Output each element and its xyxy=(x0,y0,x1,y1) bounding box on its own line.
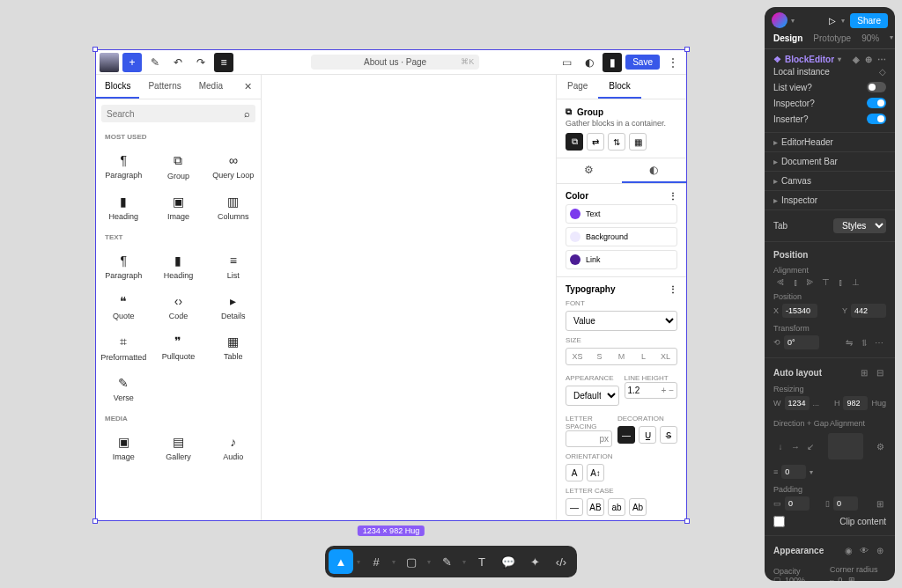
block-item[interactable]: ▸Details xyxy=(206,287,261,327)
avatar[interactable] xyxy=(772,12,787,28)
document-bar[interactable]: About us · Page ⌘K xyxy=(237,55,553,70)
block-item[interactable]: ▦Table xyxy=(206,327,261,369)
gap-input[interactable] xyxy=(781,465,806,479)
deco-none[interactable]: — xyxy=(617,426,635,444)
typography-more-icon[interactable]: ⋮ xyxy=(669,284,677,294)
tree-item[interactable]: ▸Canvas xyxy=(765,172,895,191)
block-search[interactable]: ⌕ xyxy=(101,105,255,122)
more-icon[interactable]: ⋯ xyxy=(877,55,886,64)
export-icon[interactable]: ⊕ xyxy=(874,544,886,556)
styles-icon[interactable]: ◐ xyxy=(580,53,599,72)
size-pill[interactable]: XS xyxy=(566,349,588,364)
alignment-buttons[interactable]: ⫷⫿⫸⊤⫿⊥ xyxy=(773,275,886,289)
selected-frame[interactable]: 1234 × 982 Hug + ✎ ↶ ↷ ≡ About us · Page… xyxy=(95,49,687,521)
chevron-down-icon[interactable]: ▾ xyxy=(791,17,795,25)
block-item[interactable]: ▣Image xyxy=(151,187,205,228)
swap-instance-icon[interactable]: ◈ xyxy=(853,55,860,64)
color-more-icon[interactable]: ⋮ xyxy=(669,191,677,201)
variant-stack[interactable]: ⇅ xyxy=(608,133,625,151)
resize-handle-bl[interactable] xyxy=(92,518,98,524)
block-item[interactable]: ❝Quote xyxy=(96,287,151,327)
share-button[interactable]: Share xyxy=(850,13,888,28)
inserter-toggle-prop[interactable] xyxy=(867,114,886,124)
design-tab[interactable]: Design xyxy=(773,33,802,43)
styles-tab-icon[interactable]: ◐ xyxy=(622,158,687,183)
deco-underline[interactable]: U̲ xyxy=(639,426,656,444)
actions-tool[interactable]: ✦ xyxy=(522,549,547,574)
al-settings2-icon[interactable]: ⊟ xyxy=(874,366,886,379)
size-pills[interactable]: XSSMLXL xyxy=(566,348,677,365)
pad-x-input[interactable] xyxy=(785,496,810,511)
desktop-preview-icon[interactable]: ▭ xyxy=(557,53,576,72)
pad-y-input[interactable] xyxy=(833,496,858,511)
align-grid[interactable] xyxy=(828,433,863,459)
block-item[interactable]: ✎Verse xyxy=(96,369,151,409)
save-button[interactable]: Save xyxy=(625,55,660,70)
clip-checkbox[interactable] xyxy=(773,516,785,527)
tab-media[interactable]: Media xyxy=(190,75,232,99)
color-bg-row[interactable]: Background xyxy=(566,227,677,246)
block-item[interactable]: ‹›Code xyxy=(151,287,205,327)
tree-item[interactable]: ▸Document Bar xyxy=(765,152,895,172)
block-item[interactable]: ▥Columns xyxy=(206,187,261,228)
width-input[interactable] xyxy=(785,396,810,410)
tab-page[interactable]: Page xyxy=(557,75,598,99)
undo-button[interactable]: ↶ xyxy=(168,53,188,72)
pos-x-input[interactable] xyxy=(782,304,817,318)
site-thumbnail[interactable] xyxy=(100,53,119,72)
block-item[interactable]: ▣Image xyxy=(96,428,151,468)
block-item[interactable]: ⌗Preformatted xyxy=(96,327,151,369)
settings-icon[interactable]: ▮ xyxy=(603,53,622,72)
flip-v-icon[interactable]: ⥮ xyxy=(857,335,871,349)
editor-canvas[interactable] xyxy=(262,75,556,520)
resize-handle-tr[interactable] xyxy=(684,47,690,52)
block-item[interactable]: ⧉Group xyxy=(151,146,205,187)
prototype-tab[interactable]: Prototype xyxy=(813,33,851,43)
block-item[interactable]: ∞Query Loop xyxy=(206,146,261,187)
al-settings-icon[interactable]: ⊞ xyxy=(858,366,870,379)
blend-icon[interactable]: ◉ xyxy=(842,544,854,556)
font-select[interactable]: Value xyxy=(566,311,677,331)
resize-handle-br[interactable] xyxy=(684,518,690,524)
block-item[interactable]: ❞Pullquote xyxy=(151,327,205,369)
list-view-toggle-prop[interactable] xyxy=(867,82,886,92)
edit-tool[interactable]: ✎ xyxy=(145,53,165,72)
tree-item[interactable]: ▸Inspector xyxy=(765,191,895,210)
block-item[interactable]: ≡List xyxy=(206,246,261,287)
al-more-icon[interactable]: ⚙ xyxy=(874,440,886,452)
more-transform-icon[interactable]: ⋯ xyxy=(872,335,886,349)
orient-vertical[interactable]: A↕ xyxy=(587,464,604,481)
tree-item[interactable]: ▸EditorHeader xyxy=(765,133,895,152)
list-view-toggle[interactable]: ≡ xyxy=(214,53,233,72)
letterspacing-input[interactable]: px xyxy=(566,430,612,447)
goto-main-icon[interactable]: ⊕ xyxy=(865,55,872,64)
radius-expand-icon[interactable]: ⊞ xyxy=(846,574,858,581)
devmode-tool[interactable]: ‹/› xyxy=(549,549,573,574)
size-pill[interactable]: S xyxy=(588,349,610,364)
case-btn[interactable]: ab xyxy=(608,498,625,516)
inspector-toggle-prop[interactable] xyxy=(867,98,886,108)
variant-row[interactable]: ⇄ xyxy=(587,133,604,151)
redo-button[interactable]: ↷ xyxy=(191,53,211,72)
shape-tool[interactable]: ▢ xyxy=(399,549,424,574)
size-pill[interactable]: L xyxy=(632,349,654,364)
lineheight-input[interactable]: 1.2+ − xyxy=(625,382,678,399)
variant-group[interactable]: ⧉ xyxy=(566,133,583,151)
deco-strike[interactable]: S̶ xyxy=(660,426,677,444)
tab-patterns[interactable]: Patterns xyxy=(139,75,189,99)
visibility-icon[interactable]: 👁 xyxy=(858,544,870,556)
direction-btns[interactable]: ↓→↙ xyxy=(773,439,817,453)
tab-select[interactable]: Styles xyxy=(833,218,886,233)
size-pill[interactable]: XL xyxy=(654,349,676,364)
comment-tool[interactable]: 💬 xyxy=(496,549,521,574)
settings-tab-icon[interactable]: ⚙ xyxy=(557,158,622,183)
variant-grid[interactable]: ▦ xyxy=(629,133,647,151)
case-btn[interactable]: AB xyxy=(587,498,604,516)
present-icon[interactable]: ▷ xyxy=(829,16,836,26)
pen-tool[interactable]: ✎ xyxy=(434,549,459,574)
tab-block[interactable]: Block xyxy=(598,75,640,99)
color-link-row[interactable]: Link xyxy=(566,250,677,269)
color-text-row[interactable]: Text xyxy=(566,204,677,224)
size-pill[interactable]: M xyxy=(610,349,632,364)
inserter-toggle[interactable]: + xyxy=(122,53,142,72)
